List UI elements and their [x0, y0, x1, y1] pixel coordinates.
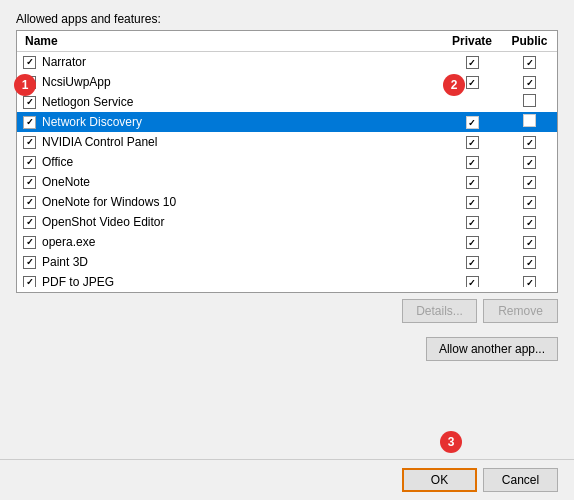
- row-name-cell: PDF to JPEG: [17, 275, 442, 287]
- row-private-cell: [442, 175, 502, 190]
- list-item[interactable]: Narrator: [17, 52, 557, 72]
- row-private-cell: [442, 275, 502, 287]
- public-checkbox[interactable]: [523, 136, 536, 149]
- row-private-cell: [442, 155, 502, 170]
- row-name: opera.exe: [42, 235, 95, 249]
- row-private-cell: [442, 55, 502, 70]
- list-item[interactable]: Network Discovery: [17, 112, 557, 132]
- private-checkbox[interactable]: [466, 256, 479, 269]
- row-name: Office: [42, 155, 73, 169]
- row-checkbox[interactable]: [23, 196, 36, 209]
- private-checkbox[interactable]: [466, 276, 479, 287]
- row-checkbox[interactable]: [23, 156, 36, 169]
- row-name: OneNote for Windows 10: [42, 195, 176, 209]
- private-checkbox[interactable]: [466, 216, 479, 229]
- dialog: Allowed apps and features: Name Private …: [0, 0, 574, 500]
- row-checkbox[interactable]: [23, 136, 36, 149]
- dialog-inner: Allowed apps and features: Name Private …: [0, 0, 574, 459]
- row-name: Network Discovery: [42, 115, 142, 129]
- list-item[interactable]: PDF to JPEG: [17, 272, 557, 287]
- row-private-cell: [442, 195, 502, 210]
- row-public-cell: [502, 175, 557, 190]
- row-name-cell: OneNote: [17, 175, 442, 189]
- private-checkbox[interactable]: [466, 236, 479, 249]
- remove-button[interactable]: Remove: [483, 299, 558, 323]
- private-checkbox[interactable]: [466, 76, 479, 89]
- private-checkbox[interactable]: [466, 156, 479, 169]
- private-checkbox[interactable]: [466, 196, 479, 209]
- row-name: Paint 3D: [42, 255, 88, 269]
- public-checkbox[interactable]: [523, 56, 536, 69]
- public-checkbox[interactable]: [523, 176, 536, 189]
- col-header-private: Private: [442, 34, 502, 48]
- list-item[interactable]: Netlogon Service: [17, 92, 557, 112]
- col-header-public: Public: [502, 34, 557, 48]
- spacer: [0, 365, 574, 459]
- row-name: NcsiUwpApp: [42, 75, 111, 89]
- public-checkbox[interactable]: [523, 76, 536, 89]
- cancel-button[interactable]: Cancel: [483, 468, 558, 492]
- row-public-cell: [502, 215, 557, 230]
- public-checkbox[interactable]: [523, 236, 536, 249]
- row-name-cell: OpenShot Video Editor: [17, 215, 442, 229]
- row-checkbox[interactable]: [23, 276, 36, 288]
- list-item[interactable]: Office: [17, 152, 557, 172]
- badge-1: 1: [14, 74, 36, 96]
- list-item[interactable]: NcsiUwpApp: [17, 72, 557, 92]
- row-checkbox[interactable]: [23, 256, 36, 269]
- row-checkbox[interactable]: [23, 216, 36, 229]
- public-checkbox[interactable]: [523, 196, 536, 209]
- row-public-cell: [502, 135, 557, 150]
- row-public-cell: [502, 114, 557, 130]
- list-item[interactable]: OneNote: [17, 172, 557, 192]
- private-checkbox[interactable]: [466, 116, 479, 129]
- private-checkbox[interactable]: [466, 176, 479, 189]
- list-header: Name Private Public: [17, 31, 557, 52]
- public-checkbox[interactable]: [523, 216, 536, 229]
- list-item[interactable]: NVIDIA Control Panel: [17, 132, 557, 152]
- row-checkbox[interactable]: [23, 56, 36, 69]
- row-name: PDF to JPEG: [42, 275, 114, 287]
- public-checkbox[interactable]: [523, 256, 536, 269]
- row-name: OpenShot Video Editor: [42, 215, 165, 229]
- list-scroll[interactable]: NarratorNcsiUwpAppNetlogon ServiceNetwor…: [17, 52, 557, 287]
- list-item[interactable]: Paint 3D: [17, 252, 557, 272]
- row-name: OneNote: [42, 175, 90, 189]
- row-checkbox[interactable]: [23, 96, 36, 109]
- col-header-name: Name: [17, 34, 442, 48]
- row-name-cell: NVIDIA Control Panel: [17, 135, 442, 149]
- details-remove-row: Details... Remove: [16, 299, 558, 323]
- public-checkbox[interactable]: [523, 94, 536, 107]
- public-checkbox[interactable]: [523, 114, 536, 127]
- public-checkbox[interactable]: [523, 156, 536, 169]
- badge-2: 2: [443, 74, 465, 96]
- row-checkbox[interactable]: [23, 176, 36, 189]
- public-checkbox[interactable]: [523, 276, 536, 287]
- main-content: Allowed apps and features: Name Private …: [0, 0, 574, 331]
- list-item[interactable]: OpenShot Video Editor: [17, 212, 557, 232]
- badge-3: 3: [440, 431, 462, 453]
- row-checkbox[interactable]: [23, 236, 36, 249]
- row-public-cell: [502, 75, 557, 90]
- row-private-cell: [442, 255, 502, 270]
- row-checkbox[interactable]: [23, 116, 36, 129]
- row-public-cell: [502, 55, 557, 70]
- ok-button[interactable]: OK: [402, 468, 477, 492]
- allow-another-button[interactable]: Allow another app...: [426, 337, 558, 361]
- row-name-cell: Office: [17, 155, 442, 169]
- list-item[interactable]: opera.exe: [17, 232, 557, 252]
- row-name: Netlogon Service: [42, 95, 133, 109]
- row-name-cell: opera.exe: [17, 235, 442, 249]
- allowed-apps-label: Allowed apps and features:: [16, 12, 558, 26]
- private-checkbox[interactable]: [466, 136, 479, 149]
- list-item[interactable]: OneNote for Windows 10: [17, 192, 557, 212]
- bottom-bar: OK Cancel: [0, 459, 574, 500]
- private-checkbox[interactable]: [466, 56, 479, 69]
- row-name-cell: Paint 3D: [17, 255, 442, 269]
- details-button[interactable]: Details...: [402, 299, 477, 323]
- row-name-cell: Narrator: [17, 55, 442, 69]
- row-public-cell: [502, 195, 557, 210]
- apps-list-box: Name Private Public NarratorNcsiUwpAppNe…: [16, 30, 558, 293]
- row-name-cell: Netlogon Service: [17, 95, 442, 109]
- row-public-cell: [502, 94, 557, 110]
